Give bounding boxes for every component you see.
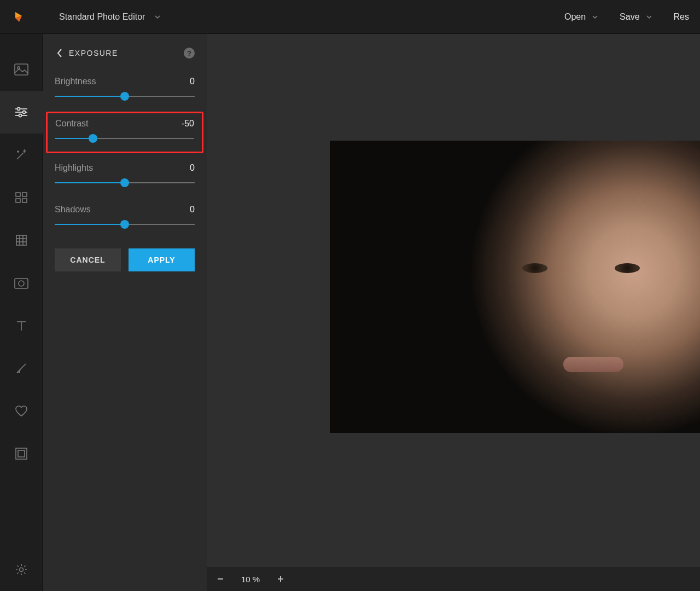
svg-point-5 [17,108,20,111]
back-button[interactable] [54,47,66,59]
slider-label: Contrast [55,119,88,129]
svg-rect-17 [15,279,28,288]
photo-detail [563,357,623,372]
save-menu[interactable]: Save [620,12,651,22]
panel-title: EXPOSURE [69,49,118,57]
tool-text[interactable] [0,304,43,347]
reset-button[interactable]: Res [674,12,689,22]
svg-rect-11 [22,199,27,202]
slider-label: Brightness [55,77,96,86]
slider-value: 0 [190,77,195,86]
tool-adjust[interactable] [0,91,43,134]
slider-track[interactable] [55,178,195,187]
slider-value: -50 [182,119,194,129]
svg-point-6 [22,111,25,114]
slider-label: Shadows [55,205,91,215]
exposure-panel: EXPOSURE ? Brightness0Contrast-50Highlig… [43,34,207,591]
svg-rect-12 [16,235,26,245]
zoom-bar: 10 % [207,567,700,591]
canvas-area: 10 % [207,34,700,591]
slider-highlights: Highlights0 [43,157,207,198]
svg-rect-0 [15,64,28,75]
slider-track[interactable] [55,134,194,143]
slider-label: Highlights [55,163,93,173]
tool-favorite[interactable] [0,390,43,432]
svg-rect-22 [18,450,25,457]
svg-rect-10 [16,199,20,202]
apply-button[interactable]: APPLY [129,248,195,271]
zoom-out-button[interactable] [213,572,228,586]
svg-point-7 [19,114,21,117]
tool-brush[interactable] [0,347,43,390]
slider-contrast: Contrast-50 [46,112,203,153]
top-bar: Standard Photo Editor Open Save Res [0,0,700,34]
slider-thumb[interactable] [120,178,129,187]
slider-value: 0 [190,205,195,215]
photo-detail [522,263,547,273]
slider-shadows: Shadows0 [43,198,207,240]
tool-camera[interactable] [0,262,43,304]
slider-track[interactable] [55,92,195,101]
chevron-down-icon [646,14,652,20]
svg-rect-8 [16,193,20,196]
tool-crop[interactable] [0,219,43,262]
slider-thumb[interactable] [120,220,129,229]
tool-rail [0,34,43,591]
slider-thumb[interactable] [120,92,129,101]
chevron-down-icon [155,14,160,20]
tool-frame[interactable] [0,432,43,475]
tool-image[interactable] [0,48,43,91]
slider-value: 0 [190,163,195,173]
app-mode-dropdown[interactable]: Standard Photo Editor [59,12,160,22]
cancel-button[interactable]: CANCEL [55,248,121,271]
svg-rect-21 [16,448,27,459]
slider-thumb[interactable] [89,134,97,143]
photo-preview [330,141,700,433]
slider-brightness: Brightness0 [43,70,207,112]
image-canvas[interactable] [207,34,700,567]
tool-magic[interactable] [0,134,43,176]
svg-point-23 [19,568,23,572]
photo-detail [615,263,640,273]
open-label: Open [564,12,586,22]
open-menu[interactable]: Open [564,12,598,22]
zoom-value: 10 % [237,575,264,584]
help-icon[interactable]: ? [184,48,195,59]
app-logo [11,9,26,25]
svg-point-18 [19,281,24,286]
slider-track[interactable] [55,220,195,229]
app-mode-label: Standard Photo Editor [59,12,145,22]
svg-rect-9 [22,193,27,196]
tool-settings[interactable] [0,548,43,591]
chevron-down-icon [592,14,598,20]
tool-grid[interactable] [0,176,43,219]
save-label: Save [620,12,639,22]
zoom-in-button[interactable] [273,572,288,586]
reset-label: Res [674,12,689,22]
